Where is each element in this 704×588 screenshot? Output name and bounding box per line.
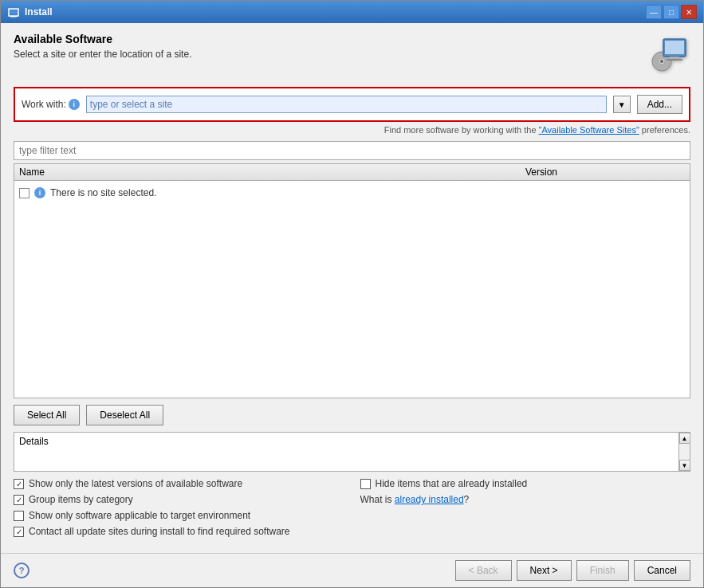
content-area: Available Software Select a site or ente… <box>1 23 703 553</box>
row-checkbox[interactable] <box>19 188 29 198</box>
work-with-section: Work with: i ▼ Add... <box>14 87 690 122</box>
option-label-4: Contact all update sites during install … <box>29 526 290 537</box>
svg-rect-2 <box>10 16 17 18</box>
options-left: Show only the latest versions of availab… <box>14 478 344 537</box>
option-item-2: Group items by category <box>14 494 344 505</box>
row-text: There is no site selected. <box>50 187 156 198</box>
software-table: Name Version i There is no site selected… <box>14 163 690 398</box>
table-row: i There is no site selected. <box>19 184 685 202</box>
find-more-text: Find more software by working with the "… <box>14 125 690 135</box>
finish-button[interactable]: Finish <box>576 560 629 581</box>
svg-point-5 <box>660 60 663 63</box>
header-section: Available Software Select a site or ente… <box>14 33 690 77</box>
work-with-label: Work with: i <box>22 99 80 110</box>
table-header: Name Version <box>14 164 690 181</box>
details-label: Details <box>14 433 690 450</box>
title-bar: Install — □ ✕ <box>1 1 703 23</box>
page-title: Available Software <box>14 33 646 45</box>
option-item-4: Contact all update sites during install … <box>14 526 344 537</box>
footer-buttons: < Back Next > Finish Cancel <box>455 560 690 581</box>
option-item-3: Show only software applicable to target … <box>14 510 344 521</box>
window-title: Install <box>25 6 53 18</box>
option-item-1: Show only the latest versions of availab… <box>14 478 344 489</box>
deselect-all-button[interactable]: Deselect All <box>86 405 163 425</box>
svg-rect-9 <box>667 59 682 61</box>
footer-section: ? < Back Next > Finish Cancel <box>1 553 703 587</box>
filter-input[interactable] <box>14 141 690 160</box>
scrollbar-down[interactable]: ▼ <box>679 460 690 471</box>
option-item-5: Hide items that are already installed <box>360 478 691 489</box>
minimize-button[interactable]: — <box>646 5 662 19</box>
monitor-icon <box>646 33 690 77</box>
info-icon: i <box>69 99 80 110</box>
next-button[interactable]: Next > <box>517 560 572 581</box>
help-button[interactable]: ? <box>14 563 29 578</box>
scrollbar-up[interactable]: ▲ <box>679 433 690 444</box>
option-checkbox-3[interactable] <box>14 511 24 521</box>
option-label-1: Show only the latest versions of availab… <box>29 478 242 489</box>
option-label-2: Group items by category <box>29 494 133 505</box>
install-window: Install — □ ✕ Available Software Select … <box>0 0 704 588</box>
svg-rect-8 <box>670 57 679 59</box>
option-checkbox-4[interactable] <box>14 527 24 537</box>
column-header-version: Version <box>525 167 685 178</box>
cancel-button[interactable]: Cancel <box>634 560 690 581</box>
option-checkbox-1[interactable] <box>14 479 24 489</box>
back-button[interactable]: < Back <box>455 560 512 581</box>
work-with-input[interactable] <box>86 96 607 113</box>
option-checkbox-2[interactable] <box>14 495 24 505</box>
window-icon <box>7 6 20 18</box>
close-button[interactable]: ✕ <box>681 5 697 19</box>
window-controls: — □ ✕ <box>646 5 697 19</box>
option-label-5: Hide items that are already installed <box>376 478 528 489</box>
available-software-sites-link[interactable]: "Available Software Sites" <box>539 125 639 135</box>
option-checkbox-5[interactable] <box>360 479 371 489</box>
maximize-button[interactable]: □ <box>663 5 679 19</box>
selection-buttons: Select All Deselect All <box>14 405 690 425</box>
column-header-name: Name <box>19 167 525 178</box>
add-button[interactable]: Add... <box>637 95 682 114</box>
details-scrollbar: ▲ ▼ <box>678 433 690 471</box>
svg-rect-7 <box>665 41 684 54</box>
select-all-button[interactable]: Select All <box>14 405 80 425</box>
what-is-installed: What is already installed? <box>360 494 691 505</box>
header-text: Available Software Select a site or ente… <box>14 33 646 60</box>
details-section: Details ▲ ▼ <box>14 432 690 472</box>
svg-rect-1 <box>10 10 18 14</box>
row-info-icon: i <box>34 187 45 198</box>
dropdown-button[interactable]: ▼ <box>613 96 631 113</box>
option-label-3: Show only software applicable to target … <box>29 510 250 521</box>
table-body: i There is no site selected. <box>14 181 690 398</box>
options-section: Show only the latest versions of availab… <box>14 478 690 537</box>
options-right: Hide items that are already installed Wh… <box>360 478 691 537</box>
page-subtitle: Select a site or enter the location of a… <box>14 49 646 60</box>
already-installed-link[interactable]: already installed <box>395 494 464 505</box>
